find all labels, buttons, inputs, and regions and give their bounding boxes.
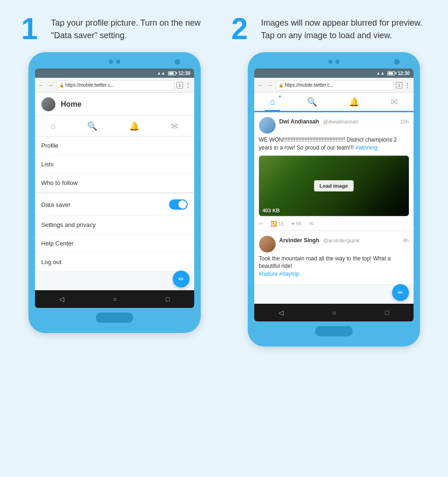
phone-dot-3 [328,60,333,64]
browser-tab-count-2[interactable]: 1 [396,82,402,89]
browser-menu-icon[interactable]: ⋮ [185,82,191,89]
phone-dot-1 [109,60,113,64]
tweet-1-avatar[interactable] [259,117,276,134]
fab-area-2: ✏ [254,285,414,304]
step-1-number: 1 [21,14,45,44]
nav-mail-icon[interactable]: ✉ [171,121,178,131]
tweet-1-time: 15h [400,119,408,124]
phone-2-screen: ▲▲ 12:30 ← → 🔒 https://mobile.twitter.c.… [254,68,414,321]
phone-1-top-bar [35,60,194,64]
step-2-text: Images will now appear blurred for previ… [261,14,427,42]
browser-back-button[interactable]: ← [38,82,45,89]
image-size-label: 403 KB [263,208,280,213]
android-back-icon[interactable]: ◁ [59,295,64,303]
compose-icon-2: ✏ [398,289,403,296]
android-back-icon-2[interactable]: ◁ [278,309,284,316]
phone-2: ▲▲ 12:30 ← → 🔒 https://mobile.twitter.c.… [248,52,420,347]
phone-2-browser-bar: ← → 🔒 https://mobile.twitter.c... 1 ⋮ [254,78,414,93]
tweet-1-retweet[interactable]: 🔁 15 [271,221,284,227]
tweet-1-author: Dwi Andiansah [279,118,319,125]
avatar-image [41,97,55,111]
signal-icon-2: ▲▲ [376,71,385,75]
browser-url-bar-1[interactable]: 🔒 https://mobile.twitter.c... [56,80,175,90]
phone-1-nav: ⌂ 🔍 🔔 ✉ [35,116,194,136]
feed-nav-home[interactable]: ⌂ [265,96,280,107]
browser-back-button-2[interactable]: ← [257,82,265,89]
fab-area-1: ✏ [35,272,194,290]
tweet-2-author-line: Arvinder Singh @arvindergujral 4h [279,236,409,244]
step-1-block: 1 Tap your profile picture. Turn on the … [21,14,217,44]
tweet-2-text: Took the mountain road all the way to th… [259,255,409,278]
phone-1-camera [175,59,180,65]
android-recents-icon[interactable]: □ [166,295,170,303]
phone-1-home-button[interactable] [96,313,133,323]
tweet-1-image[interactable]: Load image 403 KB [259,156,409,216]
feed-nav-bell[interactable]: 🔔 [344,97,364,107]
tweet-2-header: Arvinder Singh @arvindergujral 4h [259,236,409,252]
menu-item-data-saver[interactable]: Data saver [35,194,194,216]
browser-tab-count[interactable]: 1 [176,82,183,89]
lock-icon-2: 🔒 [278,83,284,88]
tweet-2: Arvinder Singh @arvindergujral 4h Took t… [254,231,414,285]
tweet-2-hashtag[interactable]: #nature #daytrip [259,271,299,277]
tweet-1-reply[interactable]: ↩ [259,221,263,227]
data-saver-toggle[interactable] [169,199,188,210]
feed-nav-search[interactable]: 🔍 [302,97,322,107]
toggle-knob [178,200,187,209]
menu-item-help[interactable]: Help Center [35,234,194,253]
home-title: Home [61,100,81,109]
tweet-1-share[interactable]: ✉ [309,221,313,227]
phone-2-time: 12:30 [398,71,410,76]
tweet-2-avatar[interactable] [259,236,276,252]
phone-2-home-button[interactable] [315,326,353,336]
twitter-feed-nav: ⌂ 🔍 🔔 ✉ [254,93,414,111]
menu-item-lists[interactable]: Lists [35,155,194,174]
phone-1-dots [109,60,120,64]
profile-avatar[interactable] [41,97,55,111]
tweet-1-handle: @dwiadriansah [323,119,359,124]
step-2-block: 2 Images will now appear blurred for pre… [231,14,427,44]
tweet-2-handle: @arvindergujral [323,238,360,243]
phone-2-dots [328,60,339,64]
menu-item-settings[interactable]: Settings and privacy [35,216,194,234]
feed-nav-mail[interactable]: ✉ [386,97,402,107]
compose-button-2[interactable]: ✏ [392,284,409,301]
android-nav-2: ◁ ○ □ [254,304,414,321]
phone-2-top-bar [254,60,414,64]
browser-url-text-2: https://mobile.twitter.c... [285,82,333,88]
android-nav-1: ◁ ○ □ [35,290,194,308]
load-image-button[interactable]: Load image [314,180,353,191]
phone-1-status-bar: ▲▲ 12:30 [35,68,194,78]
step-2-number: 2 [231,14,255,44]
android-home-icon-2[interactable]: ○ [333,309,336,316]
nav-bell-icon[interactable]: 🔔 [129,121,139,131]
browser-forward-button-2[interactable]: → [266,82,274,89]
android-recents-icon-2[interactable]: □ [385,309,389,316]
phone-1-time: 12:30 [178,71,190,76]
menu-item-logout[interactable]: Log out [35,253,194,272]
phone-1-browser-bar: ← → 🔒 https://mobile.twitter.c... 1 ⋮ [35,78,194,93]
tweet-1-meta: Dwi Andiansah @dwiadriansah 15h [279,117,409,125]
tweet-2-time: 4h [403,238,408,243]
nav-home-icon[interactable]: ⌂ [51,121,56,131]
phone-2-status-bar: ▲▲ 12:30 [254,68,414,78]
tweet-2-meta: Arvinder Singh @arvindergujral 4h [279,236,409,244]
tweet-1-hashtag[interactable]: #winning [355,144,377,151]
phones-row: ▲▲ 12:30 ← → 🔒 https://mobile.twitter.c.… [9,52,439,347]
phone-dot-2 [116,60,120,64]
tweet-2-author: Arvinder Singh [279,237,319,244]
menu-list: Profile Lists Who to follow Data saver S… [35,136,194,272]
signal-icon: ▲▲ [157,71,165,75]
browser-url-bar-2[interactable]: 🔒 https://mobile.twitter.c... [276,80,394,90]
nav-search-icon[interactable]: 🔍 [87,121,97,131]
menu-item-profile[interactable]: Profile [35,136,194,155]
compose-icon-1: ✏ [178,275,184,283]
browser-forward-button[interactable]: → [47,82,54,89]
twitter-feed-header: ⌂ 🔍 🔔 ✉ [254,93,414,112]
compose-button-1[interactable]: ✏ [173,271,190,287]
menu-item-who-to-follow[interactable]: Who to follow [35,174,194,194]
browser-menu-icon-2[interactable]: ⋮ [404,82,411,89]
android-home-icon[interactable]: ○ [113,295,117,303]
browser-url-text: https://mobile.twitter.c... [66,82,114,88]
tweet-1-like[interactable]: ♥ 98 [292,221,302,226]
